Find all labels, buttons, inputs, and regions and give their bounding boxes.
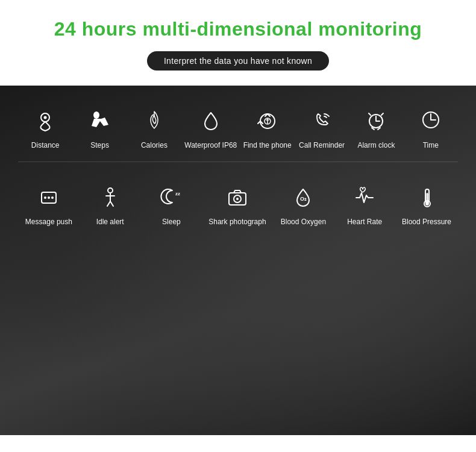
heart-rate-icon — [348, 180, 381, 213]
steps-label: Steps — [90, 141, 109, 149]
feature-shark-photograph: Shark photograph — [208, 180, 266, 226]
feature-sleep: zz Sleep — [147, 180, 195, 226]
blood-pressure-icon — [410, 180, 443, 213]
row-divider — [18, 162, 458, 162]
feature-blood-oxygen: O₂ Blood Oxygen — [279, 180, 327, 226]
svg-text:O₂: O₂ — [300, 196, 307, 202]
call-reminder-icon — [305, 104, 338, 136]
feature-blood-pressure: Blood Pressure — [402, 180, 451, 226]
feature-waterproof: Waterproof IP68 — [184, 104, 237, 149]
waterproof-icon — [195, 104, 227, 136]
calories-icon — [138, 104, 171, 136]
steps-icon — [84, 104, 116, 136]
feature-call-reminder: Call Reminder — [298, 104, 346, 149]
feature-distance: Distance — [21, 104, 69, 149]
calories-label: Calories — [141, 141, 168, 149]
feature-row-2: Message push Idle alert — [0, 168, 476, 232]
alarm-clock-label: Alarm clock — [357, 141, 395, 149]
message-push-label: Message push — [25, 218, 72, 226]
time-label: Time — [423, 141, 439, 149]
feature-alarm-clock: Alarm clock — [352, 104, 400, 149]
svg-point-2 — [93, 111, 99, 119]
feature-idle-alert: Idle alert — [86, 180, 134, 226]
svg-point-14 — [236, 198, 239, 200]
idle-alert-icon — [94, 180, 127, 213]
idle-alert-label: Idle alert — [96, 218, 124, 226]
feature-row-1: Distance Steps Calories — [0, 86, 476, 155]
svg-point-19 — [425, 202, 429, 206]
feature-message-push: Message push — [25, 180, 73, 226]
svg-text:zz: zz — [175, 191, 180, 196]
feature-heart-rate: Heart Rate — [340, 180, 389, 226]
svg-point-9 — [51, 196, 54, 199]
message-push-icon — [33, 180, 65, 213]
feature-find-phone: Find the phone — [243, 104, 292, 149]
alarm-clock-icon — [360, 104, 392, 136]
sleep-icon: zz — [155, 180, 187, 213]
waterproof-label: Waterproof IP68 — [184, 141, 237, 149]
main-title: 24 hours multi-dimensional monitoring — [12, 18, 464, 40]
shark-photograph-icon — [221, 180, 254, 213]
sleep-label: Sleep — [162, 218, 181, 226]
blood-oxygen-icon: O₂ — [287, 180, 319, 213]
shark-photograph-label: Shark photograph — [208, 218, 266, 226]
dark-section: Distance Steps Calories — [0, 86, 476, 435]
find-phone-icon — [251, 104, 284, 136]
distance-label: Distance — [31, 141, 60, 149]
subtitle-badge: Interpret the data you have not known — [147, 51, 329, 71]
find-phone-label: Find the phone — [243, 141, 292, 149]
svg-point-1 — [44, 116, 47, 119]
blood-oxygen-label: Blood Oxygen — [281, 218, 326, 226]
svg-point-7 — [44, 196, 46, 199]
svg-point-10 — [108, 188, 113, 193]
feature-time: Time — [407, 104, 455, 149]
feature-steps: Steps — [76, 104, 124, 149]
distance-icon — [29, 104, 61, 136]
heart-rate-label: Heart Rate — [347, 218, 382, 226]
feature-calories: Calories — [130, 104, 178, 149]
blood-pressure-label: Blood Pressure — [402, 218, 451, 226]
call-reminder-label: Call Reminder — [299, 141, 345, 149]
time-icon — [415, 104, 447, 136]
top-section: 24 hours multi-dimensional monitoring In… — [0, 0, 476, 86]
svg-point-8 — [48, 196, 50, 199]
